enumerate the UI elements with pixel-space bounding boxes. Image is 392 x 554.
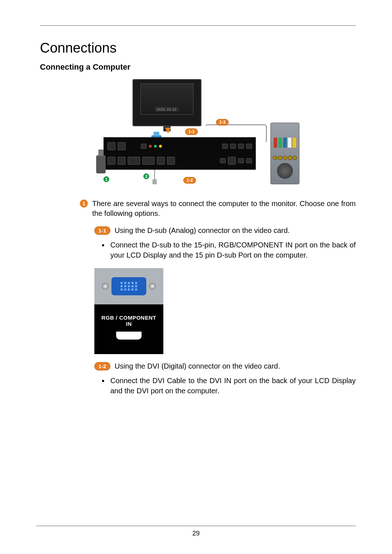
substep-1-1-bullet: Connect the D-sub to the 15-pin, RGB/COM… <box>109 240 356 260</box>
monitor-icon: ▯▯▯▯ ▯▯ ▯▯ <box>132 79 201 126</box>
closeup-label-line2: IN <box>96 321 162 327</box>
cable-dangling-icon <box>154 170 155 180</box>
callout-1: 1 <box>103 176 109 182</box>
page-number: 29 <box>192 530 200 537</box>
port-slot-icon <box>116 332 142 340</box>
callout-1-3: 1-3 <box>216 119 229 126</box>
substep-1-2-text: Using the DVI (Digital) connector on the… <box>115 362 280 370</box>
callout-2: 2 <box>143 173 149 179</box>
step-1-badge: 1 <box>80 200 88 208</box>
port-closeup-figure: RGB / COMPONENT IN <box>94 268 163 354</box>
substep-1-2-badge: 1-2 <box>94 362 110 370</box>
power-plug-icon <box>96 155 106 173</box>
monitor-osd-text: ▯▯▯▯ ▯▯ ▯▯ <box>155 107 179 112</box>
closeup-label-line1: RGB / COMPONENT <box>96 315 162 321</box>
arrow-down-icon <box>165 128 171 134</box>
substep-1-1-text: Using the D-sub (Analog) connector on th… <box>115 226 290 235</box>
callout-1-2: 1-2 <box>183 177 196 184</box>
screw-icon <box>102 283 109 290</box>
rear-panel-icon <box>103 137 256 170</box>
vga-port-icon <box>111 277 146 295</box>
connection-diagram: ▯▯▯▯ ▯▯ ▯▯ <box>96 79 299 184</box>
section-subtitle: Connecting a Computer <box>40 62 356 72</box>
page-title: Connections <box>40 40 356 56</box>
top-rule <box>40 25 356 26</box>
callout-1-1: 1-1 <box>185 128 198 135</box>
pc-tower-icon <box>270 123 299 184</box>
substep-1-2-bullet: Connect the DVI Cable to the DVI IN port… <box>109 376 356 396</box>
step-1-text: There are several ways to connect the co… <box>92 199 356 218</box>
substep-1-1-badge: 1-1 <box>94 226 110 235</box>
screw-icon <box>149 283 156 290</box>
